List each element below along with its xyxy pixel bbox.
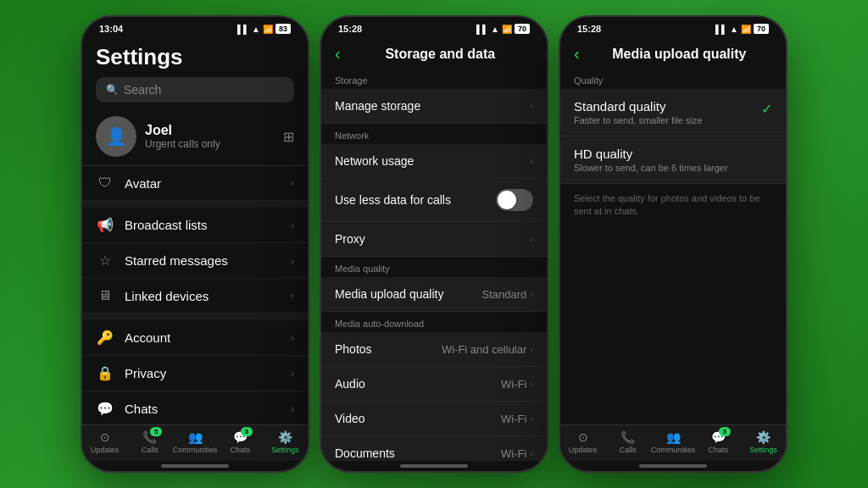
nav-updates-3[interactable]: ⊙ Updates: [560, 430, 605, 454]
less-data-toggle[interactable]: [496, 189, 533, 211]
settings-item-starred[interactable]: ☆ Starred messages ›: [82, 243, 308, 279]
phones-container: 13:04 ▌▌ ▲ 📶 83 Settings 🔍 Search 👤 Joel: [81, 15, 787, 473]
communities-icon-3: 👥: [666, 430, 681, 444]
nav-chats-label-3: Chats: [708, 446, 728, 454]
nav-chats-3[interactable]: 💬3 Chats: [696, 430, 741, 454]
settings-item-label-privacy: Privacy: [125, 366, 281, 380]
nav-communities-3[interactable]: 👥 Communities: [650, 430, 695, 454]
photos-item[interactable]: Photos Wi-Fi and cellular ›: [321, 332, 547, 367]
nav-settings-label-3: Settings: [749, 446, 777, 454]
less-data-item[interactable]: Use less data for calls: [321, 179, 547, 222]
settings-header: Settings 🔍 Search: [82, 37, 308, 108]
nav-chats-1[interactable]: 💬3 Chats: [218, 430, 263, 454]
storage-section-label: Storage: [321, 69, 547, 89]
search-label: Search: [124, 83, 161, 97]
toggle-knob: [498, 191, 516, 209]
battery-2: 70: [515, 24, 530, 34]
standard-quality-desc: Faster to send, smaller file size: [574, 115, 754, 125]
nav-calls-label-1: Calls: [142, 446, 159, 454]
video-label: Video: [335, 412, 501, 425]
privacy-icon: 🔒: [96, 365, 114, 381]
settings-screen: Settings 🔍 Search 👤 Joel Urgent calls on…: [82, 37, 308, 461]
settings-item-privacy[interactable]: 🔒 Privacy ›: [82, 356, 308, 391]
media-upload-quality-item[interactable]: Media upload quality Standard ›: [321, 277, 547, 312]
updates-icon-3: ⊙: [578, 430, 588, 444]
photos-value: Wi-Fi and cellular: [442, 343, 526, 356]
storage-screen: ‹ Storage and data Storage Manage storag…: [321, 37, 547, 461]
settings-item-label-broadcast: Broadcast lists: [125, 218, 281, 232]
bottom-nav-1: ⊙ Updates 📞5 Calls 👥 Communities 💬3 Chat…: [82, 424, 308, 461]
home-indicator-1: [161, 464, 229, 468]
calls-icon-3: 📞: [620, 430, 635, 444]
storage-title: Storage and data: [348, 47, 533, 62]
time-2: 15:28: [338, 24, 362, 34]
quality-section-label: Quality: [560, 69, 786, 89]
back-button-3[interactable]: ‹: [574, 44, 580, 64]
audio-item[interactable]: Audio Wi-Fi ›: [321, 367, 547, 402]
time-1: 13:04: [99, 24, 123, 34]
documents-label: Documents: [335, 446, 501, 460]
proxy-item[interactable]: Proxy ›: [321, 222, 547, 257]
nav-settings-label-1: Settings: [271, 446, 299, 454]
status-icons-3: ▌▌ ▲ 📶 70: [715, 24, 769, 34]
profile-status: Urgent calls only: [145, 138, 275, 150]
settings-nav-icon-3: ⚙️: [756, 430, 771, 444]
profile-row[interactable]: 👤 Joel Urgent calls only ⊞: [82, 108, 308, 166]
communities-icon-1: 👥: [188, 430, 203, 444]
quality-screen: ‹ Media upload quality Quality Standard …: [560, 37, 786, 461]
network-section-label: Network: [321, 124, 547, 144]
settings-item-account[interactable]: 🔑 Account ›: [82, 320, 308, 356]
status-icons-2: ▌▌ ▲ 📶 70: [476, 24, 530, 34]
less-data-label: Use less data for calls: [335, 193, 496, 207]
documents-item[interactable]: Documents Wi-Fi ›: [321, 436, 547, 461]
search-bar[interactable]: 🔍 Search: [96, 77, 294, 103]
nav-updates-1[interactable]: ⊙ Updates: [82, 430, 127, 454]
settings-nav-icon-1: ⚙️: [278, 430, 292, 444]
avatar: 👤: [96, 116, 136, 157]
hd-quality-item[interactable]: HD quality Slower to send, can be 6 time…: [560, 136, 786, 184]
calls-icon-1: 📞5: [142, 430, 157, 444]
settings-item-label-avatar: Avatar: [125, 176, 281, 191]
updates-icon-1: ⊙: [100, 430, 110, 444]
nav-settings-3[interactable]: ⚙️ Settings: [741, 430, 786, 454]
linked-icon: 🖥: [96, 288, 114, 303]
chats-nav-icon-3: 💬3: [711, 430, 726, 444]
chevron-avatar: ›: [291, 177, 294, 189]
media-quality-label: Media quality: [321, 257, 547, 277]
nav-chats-label-1: Chats: [230, 446, 250, 454]
back-button-2[interactable]: ‹: [335, 44, 341, 64]
status-bar-1: 13:04 ▌▌ ▲ 📶 83: [82, 17, 308, 37]
standard-quality-item[interactable]: Standard quality Faster to send, smaller…: [560, 89, 786, 136]
home-indicator-2: [400, 464, 468, 468]
nav-calls-3[interactable]: 📞 Calls: [605, 430, 650, 454]
network-usage-item[interactable]: Network usage ›: [321, 144, 547, 179]
profile-name: Joel: [145, 123, 275, 138]
settings-item-avatar[interactable]: 🛡 Avatar ›: [82, 166, 308, 201]
time-3: 15:28: [577, 24, 601, 34]
audio-label: Audio: [335, 377, 501, 391]
phone-quality: 15:28 ▌▌ ▲ 📶 70 ‹ Media upload quality Q…: [559, 15, 787, 473]
auto-download-label: Media auto-download: [321, 312, 547, 332]
standard-quality-info: Standard quality Faster to send, smaller…: [574, 99, 754, 125]
qr-icon: ⊞: [283, 129, 294, 145]
quality-header: ‹ Media upload quality: [560, 37, 786, 69]
settings-item-chats[interactable]: 💬 Chats ›: [82, 391, 308, 424]
quality-title: Media upload quality: [587, 47, 772, 62]
status-icons-1: ▌▌ ▲ 📶 83: [237, 24, 291, 34]
nav-calls-1[interactable]: 📞5 Calls: [127, 430, 172, 454]
proxy-label: Proxy: [335, 232, 530, 246]
nav-updates-label-3: Updates: [569, 446, 598, 454]
video-value: Wi-Fi: [501, 413, 526, 425]
video-item[interactable]: Video Wi-Fi ›: [321, 402, 547, 436]
bottom-nav-3: ⊙ Updates 📞 Calls 👥 Communities 💬3 Chats…: [560, 424, 786, 461]
settings-item-broadcast[interactable]: 📢 Broadcast lists ›: [82, 208, 308, 243]
settings-item-linked[interactable]: 🖥 Linked devices ›: [82, 279, 308, 313]
audio-value: Wi-Fi: [501, 378, 526, 391]
nav-communities-1[interactable]: 👥 Communities: [172, 430, 217, 454]
nav-settings-1[interactable]: ⚙️ Settings: [263, 430, 308, 454]
hd-quality-desc: Slower to send, can be 6 times larger: [574, 163, 772, 173]
storage-header: ‹ Storage and data: [321, 37, 547, 69]
manage-storage-item[interactable]: Manage storage ›: [321, 89, 547, 124]
avatar-icon: 🛡: [96, 175, 114, 191]
network-usage-label: Network usage: [335, 154, 530, 168]
